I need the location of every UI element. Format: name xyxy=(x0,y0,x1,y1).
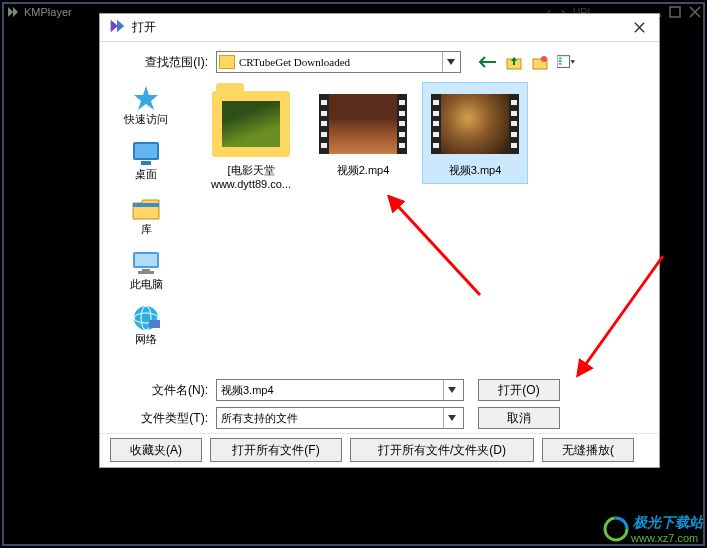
maximize-icon[interactable] xyxy=(669,6,681,18)
place-this-pc[interactable]: 此电脑 xyxy=(104,245,188,298)
lookin-combo[interactable]: CRTubeGet Downloaded xyxy=(216,51,461,73)
file-list[interactable]: [电影天堂www.dytt89.co... 视频2.mp4 xyxy=(192,76,659,376)
up-folder-icon[interactable] xyxy=(505,53,523,71)
lookin-value: CRTubeGet Downloaded xyxy=(239,56,350,68)
favorites-button[interactable]: 收藏夹(A) xyxy=(110,438,202,462)
svg-rect-10 xyxy=(135,144,157,158)
seamless-play-button[interactable]: 无缝播放( xyxy=(542,438,634,462)
folder-item[interactable]: [电影天堂www.dytt89.co... xyxy=(198,82,304,199)
filetype-label: 文件类型(T): xyxy=(124,410,216,427)
video-thumb-icon xyxy=(321,94,405,154)
svg-rect-7 xyxy=(559,60,562,62)
new-folder-icon[interactable] xyxy=(531,53,549,71)
folder-icon xyxy=(219,55,235,69)
svg-rect-16 xyxy=(138,271,154,274)
back-icon[interactable] xyxy=(479,53,497,71)
close-button[interactable] xyxy=(627,16,651,40)
svg-rect-11 xyxy=(141,161,151,165)
file-item-video3[interactable]: 视频3.mp4 xyxy=(422,82,528,184)
file-item-video2[interactable]: 视频2.mp4 xyxy=(310,82,416,184)
place-network[interactable]: 网络 xyxy=(104,300,188,353)
svg-rect-12 xyxy=(133,203,159,207)
svg-rect-15 xyxy=(142,269,150,271)
svg-point-4 xyxy=(541,56,547,62)
filename-input[interactable]: 视频3.mp4 xyxy=(216,379,464,401)
app-play-icon xyxy=(108,17,126,39)
open-all-files-button[interactable]: 打开所有文件(F) xyxy=(210,438,342,462)
svg-rect-1 xyxy=(670,7,680,17)
place-desktop[interactable]: 桌面 xyxy=(104,135,188,188)
places-bar: 快速访问 桌面 库 此电脑 网络 xyxy=(100,76,192,376)
dialog-titlebar: 打开 xyxy=(100,14,659,42)
svg-rect-20 xyxy=(149,320,160,328)
chevron-down-icon[interactable] xyxy=(443,380,459,400)
svg-rect-8 xyxy=(559,63,562,65)
dialog-title: 打开 xyxy=(132,19,156,36)
watermark: 极光下载站 www.xz7.com xyxy=(603,514,703,544)
close-icon[interactable] xyxy=(689,6,701,18)
open-file-dialog: 打开 查找范围(I): CRTubeGet Downloaded 快速访问 xyxy=(99,13,660,468)
open-button[interactable]: 打开(O) xyxy=(478,379,560,401)
lookin-label: 查找范围(I): xyxy=(124,54,216,71)
view-menu-icon[interactable] xyxy=(557,53,575,71)
filetype-combo[interactable]: 所有支持的文件 xyxy=(216,407,464,429)
folder-icon xyxy=(212,91,290,157)
cancel-button[interactable]: 取消 xyxy=(478,407,560,429)
chevron-down-icon[interactable] xyxy=(442,52,458,72)
kmplayer-logo: KMPlayer xyxy=(6,5,72,19)
video-thumb-icon xyxy=(433,94,517,154)
svg-rect-6 xyxy=(559,58,562,60)
place-quick-access[interactable]: 快速访问 xyxy=(104,80,188,133)
app-name: KMPlayer xyxy=(24,6,72,18)
chevron-down-icon[interactable] xyxy=(443,408,459,428)
filename-label: 文件名(N): xyxy=(124,382,216,399)
place-libraries[interactable]: 库 xyxy=(104,190,188,243)
open-all-files-folders-button[interactable]: 打开所有文件/文件夹(D) xyxy=(350,438,534,462)
svg-rect-14 xyxy=(135,254,157,266)
